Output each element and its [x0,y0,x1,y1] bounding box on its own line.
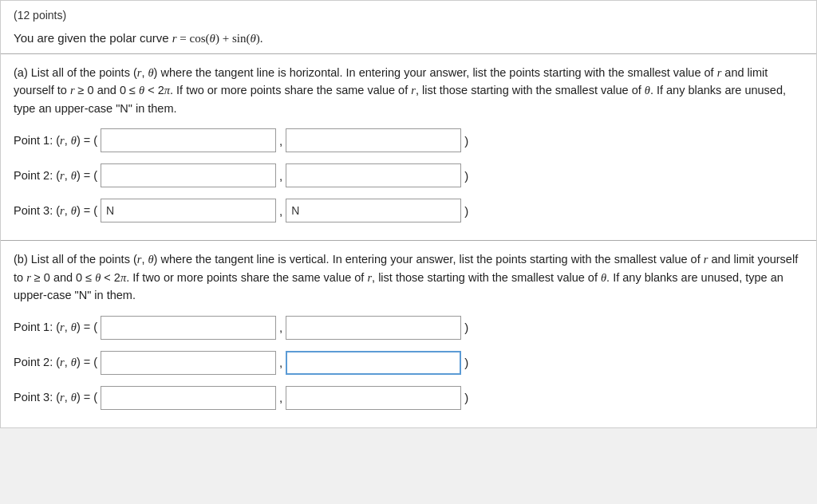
section-b-point-2-label: Point 2: (r, θ) = ( [14,356,97,369]
section-b: (b) List all of the points (r, θ) where … [1,241,816,427]
section-b-point-2-row: Point 2: (r, θ) = ( , ) [14,351,803,375]
section-a-point-1-label: Point 1: (r, θ) = ( [14,134,97,148]
section-b-point-3-input1[interactable] [101,386,276,410]
section-a-point-1-input1[interactable] [101,128,276,152]
paren-b3: ) [464,391,468,404]
section-a-point-1-input2[interactable] [286,128,461,152]
comma-a1: , [279,134,282,148]
section-a-point-2-input2[interactable] [286,163,461,187]
content-box: (12 points) You are given the polar curv… [0,0,817,428]
section-b-point-1-input2[interactable] [286,316,461,340]
paren-a3: ) [464,204,468,218]
section-a-point-3-label: Point 3: (r, θ) = ( [14,204,97,218]
points-header: (12 points) [1,1,816,28]
section-a-label: (a) List all of the points (r, θ) where … [14,66,786,115]
comma-b3: , [279,391,282,404]
section-a-text: (a) List all of the points (r, θ) where … [14,64,803,117]
equals-sign: = [177,32,190,45]
section-b-text: (b) List all of the points (r, θ) where … [14,250,803,304]
page-container: (12 points) You are given the polar curv… [0,0,817,428]
section-b-point-2-input1[interactable] [101,351,276,375]
comma-a3: , [279,204,282,218]
section-b-point-3-input2[interactable] [286,386,461,410]
section-b-point-1-row: Point 1: (r, θ) = ( , ) [14,316,803,340]
comma-b1: , [279,321,282,334]
section-a-point-2-input1[interactable] [101,163,276,187]
polar-curve-line: You are given the polar curve r = cos(θ)… [1,28,816,53]
paren-a2: ) [464,169,468,183]
paren-b1: ) [464,321,468,334]
section-b-label: (b) List all of the points (r, θ) where … [14,253,798,301]
polar-curve-intro: You are given the polar curve [14,31,172,45]
cos-formula: cos(θ) + sin(θ). [190,32,263,45]
section-b-point-2-input2[interactable] [286,351,461,375]
section-b-point-3-label: Point 3: (r, θ) = ( [14,391,97,404]
section-a-point-2-label: Point 2: (r, θ) = ( [14,169,97,183]
section-a-point-3-input1[interactable] [101,199,276,222]
points-label: (12 points) [14,9,66,22]
section-a-point-3-row: Point 3: (r, θ) = ( , ) [14,199,803,222]
section-a-point-2-row: Point 2: (r, θ) = ( , ) [14,163,803,187]
paren-b2: ) [464,356,468,369]
section-b-point-3-row: Point 3: (r, θ) = ( , ) [14,386,803,410]
section-a: (a) List all of the points (r, θ) where … [1,54,816,240]
section-b-point-1-input1[interactable] [101,316,276,340]
comma-a2: , [279,169,282,183]
section-a-point-3-input2[interactable] [286,199,461,222]
paren-a1: ) [464,134,468,148]
section-b-point-1-label: Point 1: (r, θ) = ( [14,321,97,334]
comma-b2: , [279,356,282,369]
section-a-point-1-row: Point 1: (r, θ) = ( , ) [14,128,803,152]
